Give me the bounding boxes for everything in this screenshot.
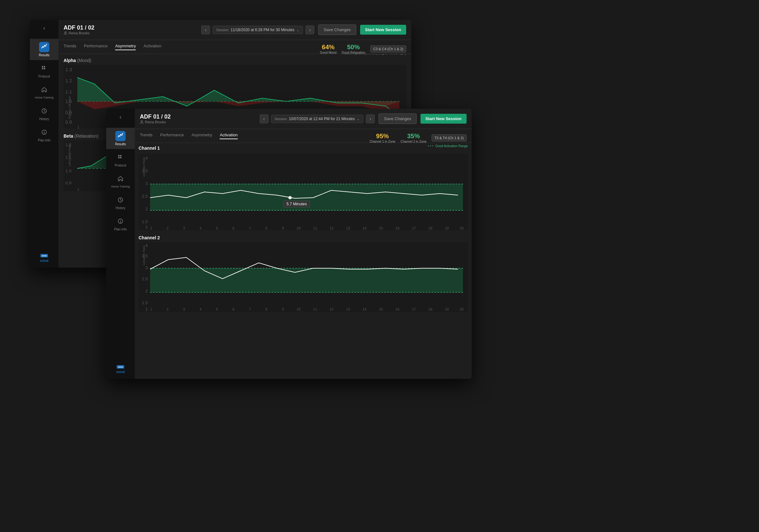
svg-point-2 [46,44,47,45]
svg-text:7: 7 [249,226,251,230]
svg-text:2.5: 2.5 [142,194,148,199]
sidebar-item-home-training[interactable]: Home Training [30,81,59,103]
svg-text:11: 11 [313,226,317,230]
channel-tag-front: T3 & T4 (Ch 1 & 2) [432,134,466,141]
svg-text:16: 16 [395,307,400,311]
svg-text:12: 12 [330,226,334,230]
svg-rect-41 [120,157,121,158]
svg-rect-5 [42,68,43,69]
alpha-subtitle: (Mood) [77,58,91,63]
sidebar-item-protocol[interactable]: Protocol [30,60,59,81]
svg-point-35 [119,135,120,136]
metric-relax-label: Good Relaxation [342,51,366,54]
next-session-front[interactable]: › [366,114,375,123]
svg-text:i: i [44,131,45,134]
svg-text:1: 1 [145,225,148,229]
svg-rect-4 [44,66,45,67]
title-block: ADF 01 / 02 Reina Brooks [63,24,197,35]
svg-text:7: 7 [249,307,251,311]
svg-text:17: 17 [412,226,416,230]
history-icon [39,106,49,116]
sidebar-item-plan-info[interactable]: i Plan Info [30,124,59,145]
user-icon-front [140,120,144,124]
tab-asymmetry[interactable]: Asymmetry [115,44,136,50]
svg-point-57 [288,196,292,199]
sidebar-front-label-results: Results [115,142,126,146]
svg-text:6: 6 [232,226,234,230]
metric-mood-value: 64% [320,44,336,51]
svg-text:13: 13 [346,307,350,311]
svg-text:10: 10 [297,307,301,311]
svg-point-0 [42,46,43,47]
svg-point-10 [65,32,66,33]
channel2-svg: 4 3.5 3 2.5 2 1.5 1 [139,242,468,312]
sidebar-front-results[interactable]: Results [106,128,135,149]
app-title: ADF 01 / 02 [63,24,197,31]
svg-text:20: 20 [459,307,464,311]
svg-text:1.5: 1.5 [142,300,148,305]
collapse-button[interactable]: ‹ [38,22,50,34]
svg-text:4: 4 [145,156,148,161]
collapse-button-front[interactable]: ‹ [115,111,126,123]
front-tab-performance[interactable]: Performance [160,133,184,139]
svg-text:4: 4 [200,226,202,230]
svg-rect-40 [118,157,120,158]
metric-good-relaxation: 50% Good Relaxation [342,44,366,54]
session-pill[interactable]: Session 11/18/2020 at 6:28 PM for 30 Min… [213,26,303,34]
prev-session[interactable]: ‹ [201,25,210,34]
tab-performance[interactable]: Performance [84,44,107,50]
front-main-content: Channel 1 Good Activation Range Activati… [135,143,472,379]
sidebar-front-protocol[interactable]: Protocol [106,149,135,171]
save-changes-button[interactable]: Save Changes [318,24,356,35]
svg-text:2: 2 [167,307,169,311]
sidebar-item-results[interactable]: Results [30,39,59,60]
svg-rect-3 [42,66,43,67]
next-session[interactable]: › [305,25,314,34]
svg-text:19: 19 [445,226,449,230]
svg-text:8: 8 [265,307,267,311]
sidebar-label-protocol: Protocol [38,75,50,78]
ch2-y-label: Activation Ratio [142,245,145,265]
save-changes-button-front[interactable]: Save Changes [379,113,417,124]
channel2-section: Channel 2 Activation Ratio 4 3.5 3 2.5 2… [139,235,468,312]
svg-text:17: 17 [412,307,416,311]
sidebar-item-history[interactable]: History [30,103,59,124]
svg-text:3: 3 [145,265,148,270]
svg-text:1: 1 [77,125,79,129]
channel1-section: Channel 1 Good Activation Range Activati… [139,145,468,230]
home-icon [39,85,49,95]
svg-text:6: 6 [232,307,234,311]
logo-text-front: mind [116,370,125,374]
sidebar-front-label-plan: Plan Info [114,228,127,231]
sidebar-logo-area: new mind [40,254,48,262]
metric-relax-value: 50% [342,44,366,51]
start-new-session-button[interactable]: Start New Session [360,25,406,35]
svg-text:9: 9 [282,226,284,230]
tab-trends[interactable]: Trends [63,44,76,50]
svg-text:2: 2 [145,288,148,293]
svg-text:15: 15 [379,307,383,311]
sidebar-front-home-training[interactable]: Home Training [106,171,135,192]
front-tab-asymmetry[interactable]: Asymmetry [191,133,212,139]
sidebar-front-history[interactable]: History [106,192,135,213]
svg-text:3: 3 [145,181,148,186]
metric-ch2: 35% Channel 2 in Zone [400,133,426,143]
start-new-session-button-front[interactable]: Start New Session [420,114,466,124]
metric-good-mood: 64% Good Mood [320,44,336,54]
logo-text: mind [40,259,48,262]
svg-text:12: 12 [330,307,334,311]
svg-text:15: 15 [379,226,383,230]
front-session-pill[interactable]: Session 10/07/2020 at 12:44 PM for 21 Mi… [271,115,364,123]
sidebar-front-plan-info[interactable]: i Plan Info [106,213,135,234]
front-tab-activation[interactable]: Activation [220,133,237,139]
sidebar-label-plan-info: Plan Info [38,138,50,142]
svg-rect-38 [118,155,120,156]
front-tab-trends[interactable]: Trends [140,133,153,139]
svg-point-45 [141,121,143,122]
tab-activation[interactable]: Activation [143,44,161,50]
sidebar-label-home-training: Home Training [35,96,54,99]
prev-session-front[interactable]: ‹ [260,114,268,123]
info-icon-front: i [115,216,126,226]
svg-text:2: 2 [167,226,169,230]
svg-text:13: 13 [346,226,350,230]
